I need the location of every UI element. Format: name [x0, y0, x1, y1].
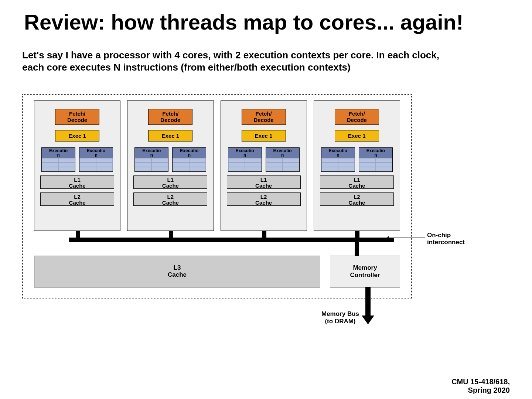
exec-unit-block: Exec 1 — [55, 130, 99, 141]
l1-cache-block: L1Cache — [227, 175, 301, 189]
interconnect-to-memctrl-link — [355, 242, 359, 256]
register-file-icon — [228, 158, 262, 171]
execution-context: Execution — [79, 147, 113, 172]
core: Fetch/Decode Exec 1 Execution Execution … — [314, 100, 400, 231]
execution-context-label: Execution — [79, 148, 113, 158]
footer-course: CMU 15-418/618, — [451, 378, 510, 386]
exec-unit-block: Exec 1 — [242, 130, 286, 141]
fetch-decode-block: Fetch/Decode — [335, 109, 379, 125]
memory-bus-label: Memory Bus (to DRAM) — [320, 310, 361, 325]
execution-contexts-row: Execution Execution — [225, 147, 302, 172]
memory-controller-block: MemoryController — [330, 256, 400, 287]
l2-cache-block: L2Cache — [227, 192, 301, 206]
onchip-interconnect-arrow — [385, 238, 425, 238]
execution-context-label: Execution — [359, 148, 392, 158]
fetch-decode-block: Fetch/Decode — [242, 109, 286, 125]
footer-term: Spring 2020 — [451, 386, 510, 395]
cores-row: Fetch/Decode Exec 1 Execution Execution … — [34, 100, 400, 231]
slide-title: Review: how threads map to cores... agai… — [24, 11, 463, 34]
slide-subtitle: Let's say I have a processor with 4 core… — [22, 49, 451, 73]
l1-cache-block: L1Cache — [40, 175, 114, 189]
execution-context-label: Execution — [266, 148, 299, 158]
memory-bus-arrow — [365, 287, 371, 316]
fetch-decode-block: Fetch/Decode — [148, 109, 192, 125]
execution-context: Execution — [266, 147, 300, 172]
execution-context: Execution — [228, 147, 262, 172]
interconnect-link — [355, 231, 359, 238]
l2-cache-block: L2Cache — [320, 192, 394, 206]
core: Fetch/Decode Exec 1 Execution Execution … — [127, 100, 214, 231]
core: Fetch/Decode Exec 1 Execution Execution … — [221, 100, 307, 231]
register-file-icon — [79, 158, 113, 171]
fetch-decode-block: Fetch/Decode — [55, 109, 99, 125]
l2-cache-block: L2Cache — [133, 192, 207, 206]
interconnect-link — [76, 231, 80, 238]
execution-contexts-row: Execution Execution — [132, 147, 209, 172]
l2-cache-block: L2Cache — [40, 192, 114, 206]
exec-unit-block: Exec 1 — [148, 130, 192, 141]
onchip-interconnect-label: On-chipinterconnect — [427, 232, 465, 246]
chip-outline: Fetch/Decode Exec 1 Execution Execution … — [22, 94, 412, 299]
execution-context-label: Execution — [42, 148, 75, 158]
l1-cache-block: L1Cache — [133, 175, 207, 189]
execution-context: Execution — [41, 147, 75, 172]
register-file-icon — [135, 158, 168, 171]
register-file-icon — [359, 158, 392, 171]
l3-cache-block: L3Cache — [34, 256, 320, 287]
execution-context: Execution — [134, 147, 168, 172]
slide-footer: CMU 15-418/618, Spring 2020 — [451, 378, 510, 395]
register-file-icon — [42, 158, 75, 171]
execution-contexts-row: Execution Execution — [318, 147, 395, 172]
exec-unit-block: Exec 1 — [335, 130, 379, 141]
execution-context-label: Execution — [173, 148, 206, 158]
register-file-icon — [173, 158, 206, 171]
execution-contexts-row: Execution Execution — [39, 147, 116, 172]
interconnect-link — [262, 231, 266, 238]
execution-context-label: Execution — [321, 148, 355, 158]
execution-context: Execution — [321, 147, 355, 172]
execution-context: Execution — [172, 147, 206, 172]
interconnect-link — [169, 231, 173, 238]
l1-cache-block: L1Cache — [320, 175, 394, 189]
execution-context: Execution — [359, 147, 393, 172]
register-file-icon — [266, 158, 299, 171]
register-file-icon — [321, 158, 355, 171]
interconnect-bus — [69, 238, 394, 242]
core: Fetch/Decode Exec 1 Execution Execution … — [34, 100, 120, 231]
execution-context-label: Execution — [228, 148, 262, 158]
execution-context-label: Execution — [135, 148, 168, 158]
